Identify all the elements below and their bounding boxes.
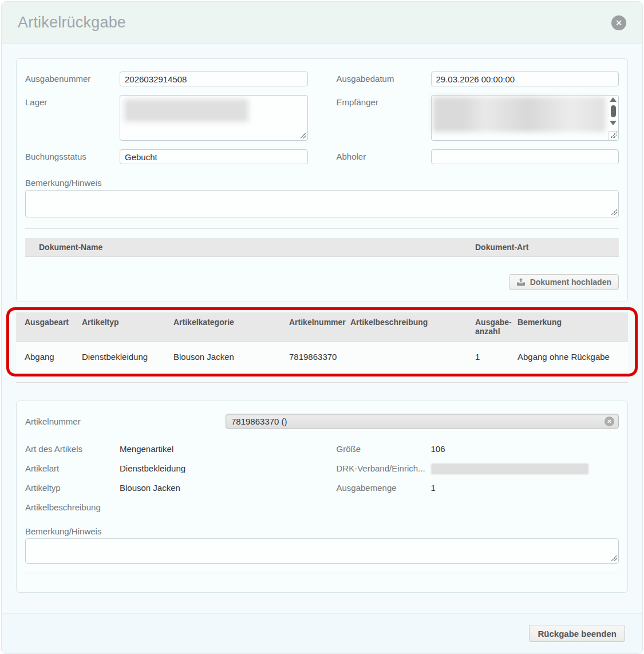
resize-corner bbox=[609, 131, 618, 140]
field-ausgabenummer: Ausgabenummer bbox=[25, 72, 308, 86]
resize-handle-icon[interactable] bbox=[301, 133, 306, 138]
red-annotation-box: Ausgabeart Artikeltyp Artikelkategorie A… bbox=[6, 307, 638, 376]
scrollbar[interactable] bbox=[609, 97, 617, 125]
articles-header-artikeltyp: Artikeltyp bbox=[82, 318, 173, 336]
detail-artikelnummer-value: 7819863370 () bbox=[231, 417, 287, 426]
upload-icon bbox=[516, 278, 526, 287]
cell-artikeltyp: Dienstbekleidung bbox=[82, 352, 173, 362]
finish-return-button[interactable]: Rückgabe beenden bbox=[529, 625, 625, 642]
detail-row-ausgabemenge: Ausgabemenge 1 bbox=[337, 483, 619, 494]
field-lager: Lager bbox=[25, 95, 308, 141]
field-detail-artikelnummer: Artikelnummer 7819863370 () ✕ bbox=[25, 414, 619, 429]
articles-header-ausgabeart: Ausgabeart bbox=[16, 318, 82, 336]
ausgabedatum-input[interactable] bbox=[431, 72, 619, 86]
redacted-text bbox=[124, 99, 248, 122]
upload-button-label: Dokument hochladen bbox=[530, 278, 611, 287]
field-empfaenger: Empfänger bbox=[337, 95, 619, 141]
scrollbar-thumb[interactable] bbox=[611, 105, 616, 117]
detail-bemerkung-label: Bemerkung/Hinweis bbox=[25, 526, 619, 536]
articles-header-ausgabeanzahl: Ausgabe- anzahl bbox=[475, 318, 517, 336]
field-buchungsstatus: Buchungsstatus bbox=[25, 149, 308, 164]
resize-handle-icon[interactable] bbox=[611, 556, 617, 561]
bemerkung-textarea[interactable] bbox=[25, 190, 619, 217]
article-detail-card: Artikelnummer 7819863370 () ✕ Art des Ar… bbox=[16, 401, 628, 593]
lager-label: Lager bbox=[25, 95, 120, 107]
cell-ausgabeart: Abgang bbox=[16, 352, 82, 362]
cell-artikelkategorie: Blouson Jacken bbox=[173, 352, 289, 362]
detail-row-art-des-artikels: Art des Artikels Mengenartikel bbox=[25, 444, 308, 455]
field-abholer: Abholer bbox=[337, 149, 619, 164]
ausgabedatum-label: Ausgabedatum bbox=[337, 72, 431, 84]
detail-row-drk-verband: DRK-Verband/Einrich... bbox=[337, 463, 619, 475]
issue-form-card: Ausgabenummer Ausgabedatum Lager bbox=[16, 58, 628, 302]
articles-header-artikelnummer: Artikelnummer bbox=[289, 318, 350, 336]
dialog-header: Artikelrückgabe ✕ bbox=[2, 2, 642, 44]
detail-right-column: Größe 106 DRK-Verband/Einrich... Ausgabe… bbox=[337, 444, 619, 522]
scroll-up-icon[interactable] bbox=[610, 97, 617, 102]
redacted-text bbox=[433, 97, 606, 132]
cell-ausgabeanzahl: 1 bbox=[475, 352, 517, 362]
abholer-label: Abholer bbox=[337, 149, 431, 161]
upload-document-button[interactable]: Dokument hochladen bbox=[509, 274, 619, 290]
empfaenger-label: Empfänger bbox=[337, 95, 431, 107]
field-bemerkung: Bemerkung/Hinweis bbox=[25, 178, 619, 217]
bemerkung-label: Bemerkung/Hinweis bbox=[25, 178, 619, 188]
ausgabenummer-input[interactable] bbox=[120, 72, 308, 86]
artikelrueckgabe-dialog: Artikelrückgabe ✕ Ausgabenummer Ausgabed… bbox=[1, 1, 643, 654]
cell-bemerkung: Abgang ohne Rückgabe bbox=[517, 352, 628, 362]
dialog-title: Artikelrückgabe bbox=[18, 14, 126, 31]
dialog-footer: Rückgabe beenden bbox=[2, 613, 642, 653]
dialog-body: Ausgabenummer Ausgabedatum Lager bbox=[2, 44, 642, 593]
detail-artikelnummer-label: Artikelnummer bbox=[25, 417, 226, 426]
resize-handle-icon[interactable] bbox=[611, 209, 617, 215]
resize-handle-icon[interactable] bbox=[611, 132, 617, 138]
cell-artikelnummer: 7819863370 bbox=[289, 352, 350, 362]
detail-row-artikeltyp: Artikeltyp Blouson Jacken bbox=[25, 483, 308, 494]
close-icon[interactable]: ✕ bbox=[611, 15, 626, 30]
documents-header-name: Dokument-Name bbox=[25, 243, 475, 252]
divider bbox=[16, 382, 628, 383]
table-row[interactable]: Abgang Dienstbekleidung Blouson Jacken 7… bbox=[16, 342, 628, 372]
articles-header-bemerkung: Bemerkung bbox=[517, 318, 628, 336]
buchungsstatus-label: Buchungsstatus bbox=[25, 149, 120, 161]
clear-icon[interactable]: ✕ bbox=[605, 417, 614, 426]
articles-header-artikelbeschreibung: Artikelbeschreibung bbox=[350, 318, 475, 336]
articles-table-header: Ausgabeart Artikeltyp Artikelkategorie A… bbox=[16, 312, 628, 342]
scroll-down-icon[interactable] bbox=[610, 121, 617, 125]
ausgabenummer-label: Ausgabenummer bbox=[25, 72, 120, 84]
detail-row-groesse: Größe 106 bbox=[337, 444, 619, 455]
detail-bemerkung-textarea[interactable] bbox=[25, 538, 619, 564]
detail-row-artikelart: Artikelart Dienstbekleidung bbox=[25, 463, 308, 475]
documents-table-header: Dokument-Name Dokument-Art bbox=[25, 238, 619, 257]
detail-artikelnummer-input[interactable]: 7819863370 () ✕ bbox=[226, 414, 619, 429]
divider bbox=[25, 228, 619, 229]
redacted-text bbox=[431, 463, 588, 474]
field-ausgabedatum: Ausgabedatum bbox=[337, 72, 619, 86]
documents-header-art: Dokument-Art bbox=[475, 243, 619, 252]
detail-left-column: Art des Artikels Mengenartikel Artikelar… bbox=[25, 444, 308, 522]
buchungsstatus-input[interactable] bbox=[120, 149, 308, 164]
articles-header-artikelkategorie: Artikelkategorie bbox=[173, 318, 289, 336]
abholer-input[interactable] bbox=[431, 149, 619, 164]
field-detail-bemerkung: Bemerkung/Hinweis bbox=[25, 526, 619, 564]
detail-row-artikelbeschreibung: Artikelbeschreibung bbox=[25, 502, 308, 514]
